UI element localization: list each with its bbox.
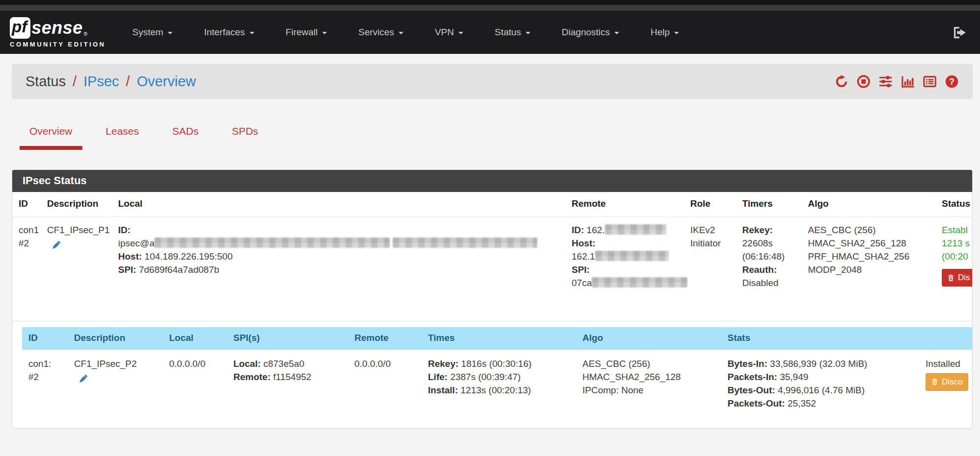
breadcrumb-link-ipsec[interactable]: IPsec	[83, 73, 119, 90]
ike-col-algo: Algo	[802, 192, 935, 217]
child-col-stats: Stats	[721, 327, 919, 350]
menu-diagnostics[interactable]: Diagnostics	[562, 27, 619, 38]
child-cell-status: Installed Disco	[919, 350, 972, 428]
svg-text:?: ?	[949, 76, 955, 86]
ike-cell-remote: ID: 162. Host: 162.1 SPI: 07ca	[565, 217, 684, 321]
chevron-down-icon	[322, 32, 327, 34]
breadcrumb-separator: /	[73, 73, 76, 90]
ike-sa-table: ID Description Local Remote Role Timers …	[12, 192, 972, 321]
sliders-icon[interactable]	[879, 74, 893, 89]
breadcrumb: Status / IPsec / Overview	[25, 73, 196, 90]
child-cell-spis: Local: c873e5a0 Remote: f1154952	[227, 350, 348, 428]
child-col-remote: Remote	[348, 327, 422, 350]
chevron-down-icon	[168, 32, 173, 34]
trash-icon	[931, 378, 938, 386]
top-navbar: pf sense ® COMMUNITY EDITION System Inte…	[0, 11, 980, 54]
redacted-value	[393, 238, 537, 248]
edit-pencil-icon[interactable]	[50, 239, 62, 253]
child-cell-description: CF1_IPsec_P2	[68, 350, 163, 428]
pfsense-logo[interactable]: pf sense ® COMMUNITY EDITION	[10, 17, 106, 48]
child-header-row: ID Description Local SPI(s) Remote Times…	[22, 327, 972, 350]
child-cell-local: 0.0.0.0/0	[163, 350, 227, 428]
ike-cell-timers: Rekey: 22608s (06:16:48) Reauth: Disable…	[736, 217, 802, 321]
log-icon[interactable]	[923, 74, 937, 89]
menu-status[interactable]: Status	[495, 27, 530, 38]
ike-cell-description: CF1_IPsec_P1	[41, 217, 112, 321]
status-installed-text: Installed	[926, 357, 967, 370]
child-cell-algo: AES_CBC (256) HMAC_SHA2_256_128 IPComp: …	[576, 350, 721, 428]
breadcrumb-bar: Status / IPsec / Overview	[12, 64, 973, 99]
chevron-down-icon	[399, 32, 403, 34]
child-sa-section: ID Description Local SPI(s) Remote Times…	[22, 327, 972, 428]
redacted-value	[592, 277, 687, 288]
menu-vpn[interactable]: VPN	[435, 27, 463, 38]
child-col-spis: SPI(s)	[227, 327, 348, 350]
chevron-down-icon	[674, 32, 679, 34]
child-cell-id: con1: #2	[22, 350, 68, 428]
ike-col-remote: Remote	[565, 192, 684, 217]
logo-pf-box: pf	[10, 17, 30, 39]
child-col-id: ID	[22, 327, 68, 350]
ike-cell-status: Establ 1213 s (00:20 Dis	[935, 217, 972, 321]
menu-services[interactable]: Services	[358, 27, 403, 38]
redacted-value	[595, 251, 669, 261]
breadcrumb-section: Status	[25, 73, 66, 90]
ike-col-id: ID	[12, 192, 41, 217]
main-menu: System Interfaces Firewall Services VPN …	[132, 27, 952, 38]
menu-help[interactable]: Help	[651, 27, 679, 38]
page-action-icons: ?	[834, 74, 959, 89]
edit-pencil-icon[interactable]	[77, 373, 89, 386]
child-col-status	[919, 327, 972, 350]
child-cell-remote: 0.0.0.0/0	[348, 350, 422, 428]
disconnect-button[interactable]: Dis	[942, 269, 972, 287]
redacted-value	[154, 238, 390, 248]
window-top-strip	[0, 0, 980, 5]
tab-leases[interactable]: Leases	[96, 121, 149, 150]
ike-cell-id: con1 #2	[12, 217, 41, 321]
disconnect-button[interactable]: Disco	[926, 373, 968, 391]
menu-firewall[interactable]: Firewall	[286, 27, 327, 38]
child-cell-stats: Bytes-In: 33,586,939 (32.03 MiB) Packets…	[721, 350, 919, 428]
ike-col-role: Role	[684, 192, 736, 217]
tab-overview[interactable]: Overview	[20, 121, 82, 150]
help-icon[interactable]: ?	[945, 74, 959, 89]
chevron-down-icon	[458, 32, 463, 34]
chevron-down-icon	[250, 32, 254, 34]
status-established-text: Establ	[942, 223, 972, 237]
table-scroll-area[interactable]: ID Description Local Remote Role Timers …	[12, 192, 972, 428]
ike-col-local: Local	[112, 192, 565, 217]
sign-out-icon[interactable]	[952, 25, 967, 40]
refresh-icon[interactable]	[834, 74, 849, 89]
ike-col-timers: Timers	[736, 192, 802, 217]
menu-system[interactable]: System	[132, 27, 173, 38]
trash-icon	[947, 274, 955, 282]
table-row: con1: #2 CF1_IPsec_P2	[22, 350, 972, 428]
ike-cell-local: ID: ipsec@a Host: 104.189.226.195:500 SP…	[112, 217, 565, 321]
tab-spds[interactable]: SPDs	[222, 121, 268, 150]
redacted-value	[605, 224, 666, 235]
tab-sads[interactable]: SADs	[162, 121, 208, 150]
child-col-description: Description	[68, 327, 163, 350]
chevron-down-icon	[526, 32, 530, 34]
page-content: Status / IPsec / Overview	[0, 54, 980, 429]
ike-cell-role: IKEv2 Initiator	[684, 217, 736, 321]
ike-header-row: ID Description Local Remote Role Timers …	[12, 192, 972, 217]
table-row: con1 #2 CF1_IPsec_P1	[12, 217, 972, 321]
breadcrumb-link-overview[interactable]: Overview	[137, 73, 196, 90]
bar-chart-icon[interactable]	[901, 74, 915, 89]
row-divider	[12, 321, 972, 321]
ike-col-status: Status	[935, 192, 972, 217]
stop-icon[interactable]	[856, 74, 871, 89]
window-sub-strip	[0, 5, 980, 11]
menu-interfaces[interactable]: Interfaces	[204, 27, 254, 38]
child-col-local: Local	[163, 327, 227, 350]
child-col-algo: Algo	[576, 327, 721, 350]
child-cell-times: Rekey: 1816s (00:30:16) Life: 2387s (00:…	[422, 350, 576, 428]
chevron-down-icon	[614, 32, 619, 34]
ike-cell-algo: AES_CBC (256) HMAC_SHA2_256_128 PRF_HMAC…	[802, 217, 935, 321]
logo-edition-text: COMMUNITY EDITION	[10, 41, 106, 48]
logo-registered-mark: ®	[84, 31, 87, 37]
logo-sense-text: sense	[31, 18, 83, 38]
breadcrumb-separator: /	[126, 73, 130, 90]
child-sa-table: ID Description Local SPI(s) Remote Times…	[22, 327, 972, 428]
